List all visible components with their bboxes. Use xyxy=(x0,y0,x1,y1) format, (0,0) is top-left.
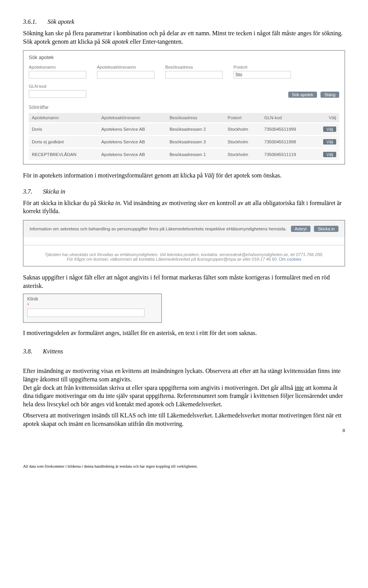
cell: Besöksadressen 3 xyxy=(166,136,225,148)
screenshot-klinik-field: Klinik * xyxy=(23,294,162,323)
section-361-title: 3.6.1. Sök apotek xyxy=(23,18,345,25)
service-footer: Tjänsten har utvecklats och förvaltas av… xyxy=(23,245,345,266)
label-besoksadress: Besöksadress xyxy=(165,65,223,69)
page-number: 8 xyxy=(23,427,345,434)
cell: Doris ej godkänt xyxy=(29,136,98,148)
text: För frågor om licenser, välkommen att ko… xyxy=(67,257,279,261)
valj-button[interactable]: Välj xyxy=(323,139,336,145)
cell: Stockholm xyxy=(225,148,261,161)
required-asterisk: * xyxy=(27,302,158,308)
cell: 7350045511998 xyxy=(261,136,313,148)
screenshot-sok-apotek: Sök apotek Apoteksnamn Apoteksaktörsnamn… xyxy=(23,50,345,164)
label-gln: GLN-kod xyxy=(29,84,86,89)
sok-apotek-button[interactable]: Sök apotek xyxy=(288,92,317,98)
after-shot1-paragraph: För in apotekets information i motiverin… xyxy=(23,171,345,180)
field-labels: Apoteksnamn Apoteksaktörsnamn Besöksadre… xyxy=(29,65,339,69)
th-adress: Besöksadress xyxy=(166,113,225,123)
th-aktor: Apoteksaktörsnamn xyxy=(98,113,166,123)
cell: Besöksadressen 1 xyxy=(166,148,225,161)
cell: Stockholm xyxy=(225,123,261,136)
info-text: Information om sekretess och behandling … xyxy=(30,227,287,231)
section-37-title: 3.7. Skicka in xyxy=(23,188,345,195)
text: för det apotek som önskas. xyxy=(214,172,281,179)
klinik-label: Klinik xyxy=(27,296,158,302)
sec37-paragraph: För att skicka in klickar du på Skicka i… xyxy=(23,199,345,215)
cell: 7350045511999 xyxy=(261,123,313,136)
sec-num: 3.6.1. xyxy=(23,18,37,25)
cell: RECEPTBREVLÅDAN xyxy=(29,148,98,161)
cell: Doris xyxy=(29,123,98,136)
table-row: Doris ej godkänt Apotekens Service AB Be… xyxy=(29,136,339,148)
cell: Besöksadressen 2 xyxy=(166,123,225,136)
italic-term: Välj xyxy=(204,172,215,179)
italic-term: Sök apotek xyxy=(102,38,128,45)
skicka-in-button[interactable]: Skicka in xyxy=(314,226,338,232)
input-gln[interactable] xyxy=(29,90,86,98)
valj-button[interactable]: Välj xyxy=(323,126,336,132)
sec-name: Sök apotek xyxy=(48,18,74,25)
cell: Apotekens Service AB xyxy=(98,148,166,161)
text: eller Enter-tangenten. xyxy=(128,38,183,45)
valj-button[interactable]: Välj xyxy=(323,152,336,157)
label-postort: Postort xyxy=(233,65,291,69)
below-shot3-paragraph: I motiveringsdelen av formuläret anges, … xyxy=(23,329,345,337)
th-gln: GLN-kod xyxy=(261,113,313,123)
sec-name: Skicka in xyxy=(43,188,65,195)
footer-line-2: För frågor om licenser, välkommen att ko… xyxy=(31,257,337,261)
text: Efter insändning av motivering visas en … xyxy=(23,368,341,391)
sec38-paragraph2: Observera att motiveringen insänds till … xyxy=(23,411,345,428)
page-footer: All data som förekommer i bilderna i den… xyxy=(23,464,345,468)
underline-term: inte xyxy=(295,384,304,391)
italic-term: Skicka in xyxy=(98,200,120,206)
sec-num: 3.8. xyxy=(23,348,32,355)
table-header-row: Apoteksnamn Apoteksaktörsnamn Besöksadre… xyxy=(29,113,339,123)
cell: Apotekens Service AB xyxy=(98,123,166,136)
sec361-paragraph: Sökning kan ske på flera parametrar i ko… xyxy=(23,29,345,46)
avbryt-button[interactable]: Avbryt xyxy=(291,226,310,232)
panel-title: Sök apotek xyxy=(29,54,339,60)
field-inputs xyxy=(29,71,339,79)
th-postort: Postort xyxy=(225,113,261,123)
cell: Stockholm xyxy=(225,136,261,148)
input-apoteksaktorsnamn[interactable] xyxy=(97,71,154,79)
below-shot2-paragraph: Saknas uppgifter i något fält eller att … xyxy=(23,273,345,290)
th-valj: Välj xyxy=(313,113,339,123)
button-group: Avbryt Skicka in xyxy=(289,226,338,232)
label-apoteksaktorsnamn: Apoteksaktörsnamn xyxy=(97,65,154,69)
footer-line-1: Tjänsten har utvecklats och förvaltas av… xyxy=(31,252,337,257)
input-besoksadress[interactable] xyxy=(165,71,223,79)
table-row: Doris Apotekens Service AB Besöksadresse… xyxy=(29,123,339,136)
label-apoteksnamn: Apoteksnamn xyxy=(29,65,86,69)
button-group: Sök apotek Stäng xyxy=(286,92,339,98)
section-38-title: 3.8. Kvittens xyxy=(23,348,345,355)
sec-name: Kvittens xyxy=(43,348,63,355)
klinik-input[interactable] xyxy=(27,309,145,317)
cell: 7350045511119 xyxy=(261,148,313,161)
sec38-paragraph1: Efter insändning av motivering visas en … xyxy=(23,359,345,409)
results-heading: Sökträffar xyxy=(29,105,339,110)
sec-num: 3.7. xyxy=(23,188,32,195)
text: För in apotekets information i motiverin… xyxy=(23,172,204,179)
results-table: Apoteksnamn Apoteksaktörsnamn Besöksadre… xyxy=(29,113,339,160)
screenshot-submit-bar: Information om sekretess och behandling … xyxy=(23,220,345,266)
input-apoteksnamn[interactable] xyxy=(29,71,86,79)
cell: Apotekens Service AB xyxy=(98,136,166,148)
th-apoteksnamn: Apoteksnamn xyxy=(29,113,98,123)
om-cookies-link[interactable]: Om cookies xyxy=(279,257,301,261)
text: För att skicka in klickar du på xyxy=(23,200,98,206)
stang-button[interactable]: Stäng xyxy=(320,92,339,98)
table-row: RECEPTBREVLÅDAN Apotekens Service AB Bes… xyxy=(29,148,339,161)
input-postort[interactable] xyxy=(233,71,291,79)
